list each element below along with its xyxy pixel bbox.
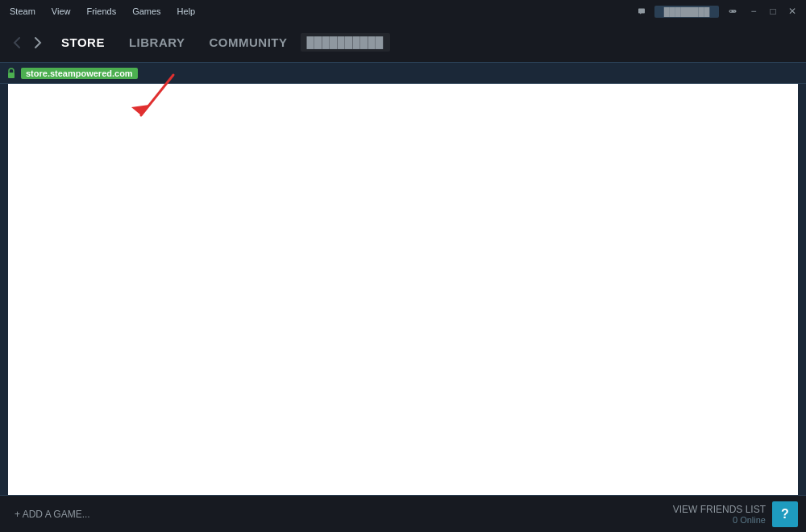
- title-bar: Steam View Friends Games Help ████████ −…: [0, 0, 806, 23]
- svg-rect-5: [8, 73, 15, 78]
- tab-library[interactable]: LIBRARY: [118, 29, 197, 56]
- nav-bar: STORE LIBRARY COMMUNITY ██████████: [0, 23, 806, 63]
- menu-friends[interactable]: Friends: [83, 5, 119, 18]
- nav-username[interactable]: ██████████: [301, 33, 390, 52]
- view-friends-label[interactable]: VIEW FRIENDS LIST: [673, 504, 766, 515]
- back-button[interactable]: [8, 33, 26, 52]
- view-friends-button[interactable]: VIEW FRIENDS LIST 0 Online: [673, 504, 766, 525]
- gamepad-icon[interactable]: [724, 5, 742, 18]
- menu-help[interactable]: Help: [174, 5, 199, 18]
- notification-icon[interactable]: [634, 5, 650, 18]
- bottom-bar: + ADD A GAME... VIEW FRIENDS LIST 0 Onli…: [0, 495, 806, 532]
- title-bar-menu: Steam View Friends Games Help: [6, 5, 198, 18]
- friends-section: VIEW FRIENDS LIST 0 Online ?: [673, 501, 798, 527]
- restore-button[interactable]: □: [766, 4, 780, 19]
- svg-point-3: [733, 10, 734, 11]
- minimize-button[interactable]: −: [746, 4, 761, 19]
- online-count: 0 Online: [673, 515, 766, 525]
- tab-community[interactable]: COMMUNITY: [198, 29, 299, 56]
- close-button[interactable]: ✕: [785, 4, 800, 19]
- nav-tabs: STORE LIBRARY COMMUNITY ██████████: [50, 29, 798, 56]
- titlebar-username: ████████: [654, 6, 719, 18]
- menu-steam[interactable]: Steam: [6, 5, 39, 18]
- add-game-button[interactable]: + ADD A GAME...: [8, 505, 97, 523]
- menu-games[interactable]: Games: [129, 5, 164, 18]
- title-bar-controls: ████████ − □ ✕: [634, 4, 800, 19]
- main-content: [8, 84, 798, 495]
- forward-button[interactable]: [29, 33, 47, 52]
- menu-view[interactable]: View: [48, 5, 74, 18]
- tab-store[interactable]: STORE: [50, 29, 116, 56]
- svg-point-4: [734, 11, 735, 12]
- lock-icon: [6, 68, 16, 79]
- svg-rect-2: [730, 11, 732, 12]
- address-bar: store.steampowered.com: [0, 63, 806, 84]
- help-button[interactable]: ?: [772, 501, 798, 527]
- address-url[interactable]: store.steampowered.com: [21, 68, 138, 79]
- svg-rect-0: [729, 10, 736, 13]
